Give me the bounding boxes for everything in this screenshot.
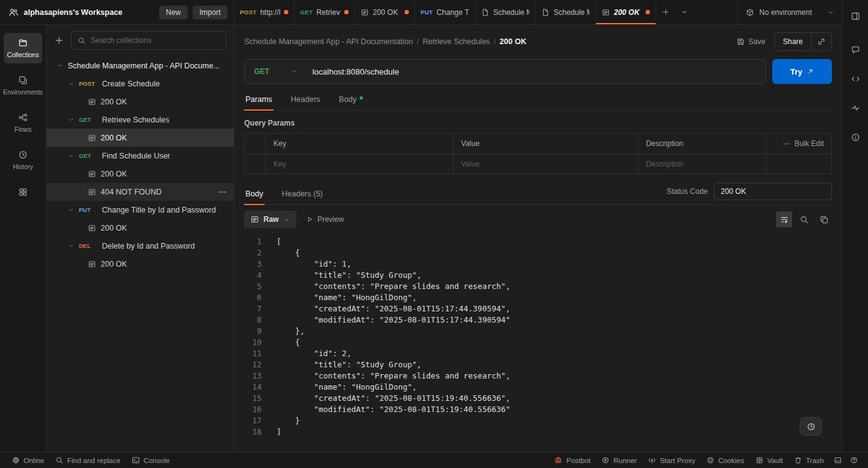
response-tab-headers[interactable]: Headers (5) bbox=[281, 186, 324, 204]
request-tabs: Params Headers Body bbox=[244, 91, 832, 111]
preview-button[interactable]: Preview bbox=[306, 215, 344, 224]
collection-search[interactable] bbox=[71, 31, 226, 50]
bottom-panel-button[interactable] bbox=[829, 452, 846, 468]
chevron-down-icon[interactable] bbox=[68, 116, 75, 123]
comments-button[interactable] bbox=[847, 41, 864, 58]
tree-request[interactable]: GETRetrieve Schedules bbox=[47, 111, 234, 129]
try-button[interactable]: Try bbox=[772, 59, 832, 84]
save-button[interactable]: Save bbox=[736, 37, 765, 46]
rail-item-more[interactable] bbox=[4, 182, 42, 202]
chevron-down-icon[interactable] bbox=[68, 152, 75, 159]
tab-headers[interactable]: Headers bbox=[290, 91, 321, 110]
tree-example[interactable]: 200 OK bbox=[47, 165, 234, 183]
more-actions-icon[interactable] bbox=[217, 187, 227, 197]
copy-link-button[interactable] bbox=[811, 33, 831, 50]
example-icon bbox=[88, 98, 96, 106]
new-button[interactable]: New bbox=[159, 6, 188, 19]
line-number: 16 bbox=[234, 404, 262, 415]
runner-icon bbox=[601, 456, 610, 464]
statusbar-find-and-replace[interactable]: Find and replace bbox=[50, 452, 126, 468]
copy-body-button[interactable] bbox=[816, 211, 832, 227]
tree-example[interactable]: 200 OK bbox=[47, 255, 234, 273]
import-button[interactable]: Import bbox=[193, 6, 227, 19]
rail-item-environments[interactable]: Environments bbox=[4, 70, 42, 101]
request-tab[interactable]: 200 OK bbox=[596, 0, 656, 24]
description-input[interactable]: Description bbox=[639, 154, 767, 173]
chevron-down-icon[interactable] bbox=[68, 242, 75, 249]
chevron-down-icon[interactable] bbox=[68, 206, 75, 213]
save-label: Save bbox=[749, 37, 765, 46]
breadcrumb-request[interactable]: Retrieve Schedules bbox=[423, 37, 490, 46]
comment-icon bbox=[851, 45, 861, 55]
response-tab-body[interactable]: Body bbox=[244, 186, 265, 204]
code-snippet-button[interactable] bbox=[847, 70, 864, 88]
tree-example[interactable]: 200 OK bbox=[47, 129, 234, 147]
url-input[interactable] bbox=[308, 67, 765, 76]
value-input[interactable]: Value bbox=[454, 154, 639, 173]
statusbar-online[interactable]: Online bbox=[6, 452, 50, 468]
statusbar-vault[interactable]: Vault bbox=[750, 452, 788, 468]
method-selector[interactable]: GET bbox=[245, 67, 308, 76]
response-history-button[interactable] bbox=[800, 417, 822, 436]
statusbar-console[interactable]: Console bbox=[126, 452, 175, 468]
chevron-down-icon[interactable] bbox=[57, 62, 63, 69]
line-number: 15 bbox=[234, 393, 262, 404]
workspace-name[interactable]: alphasapiens's Workspace bbox=[24, 8, 154, 17]
request-tab[interactable]: GETRetrieve S bbox=[295, 0, 355, 24]
view-mode-select[interactable]: Raw bbox=[244, 211, 296, 228]
request-tab[interactable]: POSThttp://loca bbox=[234, 0, 295, 24]
toggle-sidebar-button[interactable] bbox=[847, 7, 864, 25]
tree-example[interactable]: 200 OK bbox=[47, 219, 234, 237]
chevron-down-icon[interactable] bbox=[68, 80, 75, 87]
line-number: 4 bbox=[234, 270, 262, 281]
line-number: 8 bbox=[234, 314, 262, 326]
environments-icon bbox=[18, 75, 28, 85]
breadcrumb-separator: / bbox=[417, 37, 419, 46]
request-tab[interactable]: Schedule M bbox=[536, 0, 596, 24]
rail-item-history[interactable]: History bbox=[4, 145, 42, 175]
statusbar-runner[interactable]: Runner bbox=[596, 452, 642, 468]
tab-body[interactable]: Body bbox=[337, 91, 364, 110]
new-tab-button[interactable] bbox=[656, 0, 675, 24]
breadcrumb-collection[interactable]: Schedule Management App - API Documentat… bbox=[244, 37, 413, 46]
tab-params[interactable]: Params bbox=[244, 91, 273, 110]
tree-request[interactable]: PUTChange Title by Id and Password bbox=[47, 201, 234, 219]
tree-collection[interactable]: Schedule Management App - API Docume... bbox=[47, 57, 234, 75]
request-tab[interactable]: Schedule M bbox=[475, 0, 536, 24]
rail-item-flows[interactable]: Flows bbox=[4, 108, 42, 138]
response-body-editor[interactable]: 123456789101112131415161718 [ { "id": 1,… bbox=[234, 233, 832, 444]
add-collection-button[interactable] bbox=[54, 35, 64, 45]
statusbar-postbot[interactable]: Postbot bbox=[549, 452, 596, 468]
bulk-edit-button[interactable]: Bulk Edit bbox=[767, 134, 831, 154]
search-input[interactable] bbox=[91, 36, 219, 45]
request-tab[interactable]: PUTChange Titl bbox=[415, 0, 475, 24]
statusbar-trash[interactable]: Trash bbox=[788, 452, 829, 468]
more-dots-icon bbox=[782, 140, 790, 148]
request-tab[interactable]: 200 OK bbox=[355, 0, 415, 24]
tree-request[interactable]: POSTCreate Schedule bbox=[47, 75, 234, 93]
row-handle-cell bbox=[245, 154, 266, 173]
share-button[interactable]: Share bbox=[775, 33, 811, 50]
status-code-input[interactable] bbox=[714, 183, 832, 200]
vault-icon bbox=[756, 456, 764, 464]
code-content[interactable]: [ { "id": 1, "title": "Study Group", "co… bbox=[262, 236, 832, 444]
search-body-button[interactable] bbox=[796, 211, 812, 227]
tree-example[interactable]: 200 OK bbox=[47, 93, 234, 111]
key-input[interactable]: Key bbox=[266, 154, 454, 173]
workspace-switcher[interactable]: alphasapiens's Workspace New Import bbox=[0, 0, 234, 24]
tree-request[interactable]: DELDelete by Id and Password bbox=[47, 237, 234, 255]
editor-tools bbox=[776, 211, 832, 227]
tab-list-dropdown[interactable] bbox=[675, 0, 693, 24]
statusbar-cookies[interactable]: Cookies bbox=[701, 452, 750, 468]
rail-label: Collections bbox=[7, 51, 39, 58]
tree-example[interactable]: 404 NOT FOUND bbox=[47, 183, 234, 201]
wrap-text-button[interactable] bbox=[776, 211, 792, 227]
code-line: }, bbox=[276, 326, 832, 337]
environment-selector[interactable]: No environment bbox=[738, 0, 842, 24]
info-button[interactable] bbox=[847, 129, 864, 146]
tree-request[interactable]: GETFind Schedule User bbox=[47, 147, 234, 165]
rail-item-collections[interactable]: Collections bbox=[4, 33, 42, 63]
help-button[interactable] bbox=[846, 452, 862, 468]
statusbar-start-proxy[interactable]: Start Proxy bbox=[642, 452, 701, 468]
activity-button[interactable] bbox=[847, 99, 864, 117]
